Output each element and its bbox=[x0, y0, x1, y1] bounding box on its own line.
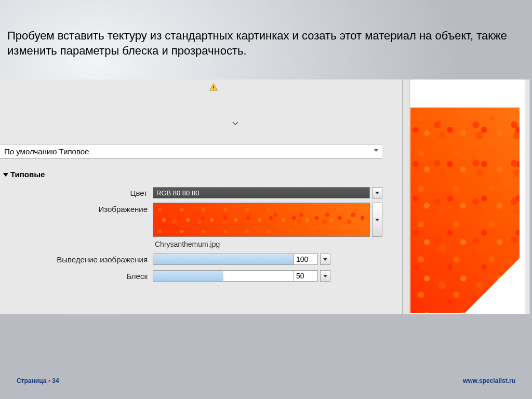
row-image-fade: Выведение изображения 100 bbox=[0, 252, 382, 266]
chevron-down-icon bbox=[374, 149, 378, 152]
chevron-down-icon bbox=[375, 192, 379, 194]
warning-icon bbox=[209, 83, 218, 92]
label-image-fade: Выведение изображения bbox=[0, 255, 153, 264]
chevron-down-icon bbox=[375, 219, 379, 221]
row-gloss: Блеск 50 bbox=[0, 269, 382, 283]
color-swatch[interactable]: RGB 80 80 80 bbox=[153, 187, 370, 198]
texture-preview bbox=[410, 108, 520, 313]
image-filename: Chrysanthemum.jpg bbox=[155, 240, 382, 248]
image-dropdown-button[interactable] bbox=[372, 203, 382, 237]
gloss-value[interactable]: 50 bbox=[294, 270, 318, 282]
preview-area bbox=[410, 79, 525, 314]
gloss-stepper[interactable] bbox=[320, 270, 330, 282]
slide-title: Пробуем вставить тектуру из стандартных … bbox=[7, 29, 522, 58]
chevron-down-icon bbox=[323, 275, 327, 277]
triangle-down-icon bbox=[3, 173, 8, 177]
style-dropdown[interactable]: По умолчанию Типовое bbox=[0, 144, 382, 158]
gloss-slider[interactable] bbox=[153, 270, 294, 282]
section-title: Типовые bbox=[10, 170, 45, 179]
slide-footer: Страница ▪ 34 www.specialist.ru bbox=[0, 377, 532, 384]
page-indicator: Страница ▪ 34 bbox=[17, 377, 59, 384]
color-dropdown-button[interactable] bbox=[372, 187, 382, 198]
footer-url: www.specialist.ru bbox=[463, 377, 515, 384]
chevron-down-icon bbox=[323, 258, 327, 261]
style-dropdown-value: По умолчанию Типовое bbox=[4, 147, 89, 156]
svg-rect-0 bbox=[213, 86, 214, 88]
image-fade-value[interactable]: 100 bbox=[294, 254, 318, 265]
label-color: Цвет bbox=[0, 189, 153, 197]
label-gloss: Блеск bbox=[0, 272, 153, 281]
properties-group: Цвет RGB 80 80 80 Изображение Chrysanthe… bbox=[0, 186, 382, 286]
image-fade-stepper[interactable] bbox=[320, 254, 330, 265]
image-fade-slider[interactable] bbox=[153, 254, 294, 265]
row-color: Цвет RGB 80 80 80 bbox=[0, 186, 382, 200]
section-header[interactable]: Типовые bbox=[0, 168, 382, 181]
label-image: Изображение bbox=[0, 203, 153, 214]
row-image: Изображение bbox=[0, 203, 382, 237]
chevron-down-icon[interactable] bbox=[232, 121, 241, 128]
material-panel: По умолчанию Типовое Типовые Цвет RGB 80… bbox=[0, 79, 409, 314]
image-preview[interactable] bbox=[153, 203, 370, 237]
panel-divider[interactable] bbox=[402, 79, 409, 314]
app-screenshot: По умолчанию Типовое Типовые Цвет RGB 80… bbox=[0, 79, 530, 314]
svg-rect-1 bbox=[213, 89, 214, 90]
